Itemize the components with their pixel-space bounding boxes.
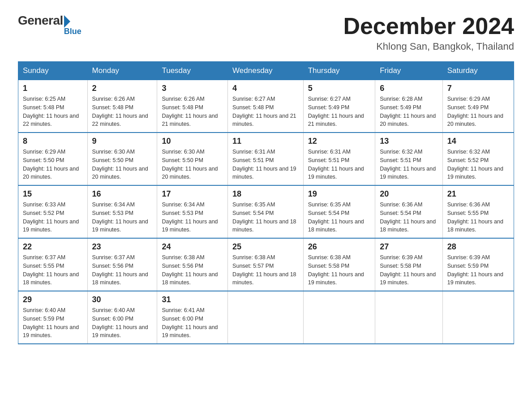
calendar-cell: 17 Sunrise: 6:34 AM Sunset: 5:53 PM Dayl… [157,185,228,238]
sunrise-label: Sunrise: 6:36 AM [447,201,490,208]
calendar-cell [375,291,443,344]
sunrise-label: Sunrise: 6:38 AM [232,254,275,261]
sunset-label: Sunset: 5:56 PM [162,263,203,269]
sunrise-label: Sunrise: 6:35 AM [232,201,275,208]
day-number: 15 [23,189,83,199]
sunset-label: Sunset: 5:56 PM [92,263,133,269]
daylight-label: Daylight: 11 hours and 18 minutes. [232,218,296,233]
calendar-cell: 8 Sunrise: 6:29 AM Sunset: 5:50 PM Dayli… [18,133,88,185]
daylight-label: Daylight: 11 hours and 20 minutes. [380,113,436,128]
calendar-cell: 5 Sunrise: 6:27 AM Sunset: 5:49 PM Dayli… [303,80,375,133]
day-number: 6 [380,84,438,93]
sunset-label: Sunset: 5:54 PM [308,210,349,216]
sunset-label: Sunset: 5:49 PM [380,104,421,111]
weekday-header-saturday: Saturday [442,62,514,80]
weekday-header-tuesday: Tuesday [157,62,228,80]
daylight-label: Daylight: 11 hours and 21 minutes. [162,113,218,128]
calendar-cell: 26 Sunrise: 6:38 AM Sunset: 5:58 PM Dayl… [303,238,375,291]
day-number: 8 [23,137,83,146]
day-info: Sunrise: 6:39 AM Sunset: 5:58 PM Dayligh… [380,253,438,287]
sunrise-label: Sunrise: 6:27 AM [232,96,275,102]
daylight-label: Daylight: 11 hours and 19 minutes. [447,271,503,286]
day-info: Sunrise: 6:37 AM Sunset: 5:56 PM Dayligh… [92,253,153,287]
sunrise-label: Sunrise: 6:37 AM [92,254,135,261]
daylight-label: Daylight: 11 hours and 18 minutes. [232,271,296,286]
sunrise-label: Sunrise: 6:39 AM [447,254,490,261]
sunset-label: Sunset: 5:58 PM [380,263,421,269]
day-number: 29 [23,295,83,304]
day-info: Sunrise: 6:39 AM Sunset: 5:59 PM Dayligh… [447,253,509,287]
day-info: Sunrise: 6:31 AM Sunset: 5:51 PM Dayligh… [232,148,299,181]
sunset-label: Sunset: 5:48 PM [232,104,274,111]
sunrise-label: Sunrise: 6:32 AM [380,149,422,155]
sunrise-label: Sunrise: 6:40 AM [23,307,65,313]
day-info: Sunrise: 6:35 AM Sunset: 5:54 PM Dayligh… [308,201,370,234]
calendar-cell: 10 Sunrise: 6:30 AM Sunset: 5:50 PM Dayl… [157,133,228,185]
sunrise-label: Sunrise: 6:37 AM [23,254,65,261]
sunset-label: Sunset: 5:57 PM [232,263,274,269]
sunrise-label: Sunrise: 6:36 AM [380,201,422,208]
daylight-label: Daylight: 11 hours and 19 minutes. [23,324,79,339]
day-number: 7 [447,84,509,93]
daylight-label: Daylight: 11 hours and 19 minutes. [380,271,436,286]
day-number: 27 [380,242,438,252]
sunset-label: Sunset: 5:54 PM [232,210,274,216]
day-number: 17 [162,189,223,199]
sunrise-label: Sunrise: 6:30 AM [162,149,204,155]
calendar-cell: 7 Sunrise: 6:29 AM Sunset: 5:49 PM Dayli… [442,80,514,133]
calendar-cell: 15 Sunrise: 6:33 AM Sunset: 5:52 PM Dayl… [18,185,88,238]
daylight-label: Daylight: 11 hours and 19 minutes. [308,271,364,286]
day-number: 24 [162,242,223,252]
sunset-label: Sunset: 5:48 PM [162,104,203,111]
calendar-week-row: 29 Sunrise: 6:40 AM Sunset: 5:59 PM Dayl… [18,291,514,344]
day-number: 21 [447,189,509,199]
daylight-label: Daylight: 11 hours and 18 minutes. [308,218,364,233]
calendar-week-row: 22 Sunrise: 6:37 AM Sunset: 5:55 PM Dayl… [18,238,514,291]
logo-blue-text: Blue [64,27,82,36]
day-number: 13 [380,137,438,146]
page-header: General General Blue December 2024 Khlon… [18,13,514,52]
sunrise-label: Sunrise: 6:27 AM [308,96,351,102]
day-number: 5 [308,84,370,93]
calendar-title: December 2024 [343,13,514,39]
sunrise-label: Sunrise: 6:33 AM [23,201,65,208]
sunset-label: Sunset: 5:51 PM [308,157,349,163]
daylight-label: Daylight: 11 hours and 19 minutes. [308,166,364,180]
sunset-label: Sunset: 5:54 PM [380,210,421,216]
calendar-cell [303,291,375,344]
calendar-cell: 13 Sunrise: 6:32 AM Sunset: 5:51 PM Dayl… [375,133,443,185]
daylight-label: Daylight: 11 hours and 18 minutes. [447,218,503,233]
sunrise-label: Sunrise: 6:34 AM [162,201,204,208]
day-number: 2 [92,84,153,93]
sunrise-label: Sunrise: 6:29 AM [23,149,65,155]
sunrise-label: Sunrise: 6:35 AM [308,201,351,208]
logo: General General Blue [18,13,82,39]
calendar-subtitle: Khlong San, Bangkok, Thailand [343,41,514,52]
sunrise-label: Sunrise: 6:26 AM [92,96,135,102]
calendar-cell: 4 Sunrise: 6:27 AM Sunset: 5:48 PM Dayli… [228,80,304,133]
calendar-cell: 25 Sunrise: 6:38 AM Sunset: 5:57 PM Dayl… [228,238,304,291]
title-section: December 2024 Khlong San, Bangkok, Thail… [343,13,514,52]
sunset-label: Sunset: 5:59 PM [23,316,64,322]
day-number: 25 [232,242,299,252]
sunset-label: Sunset: 5:49 PM [447,104,489,111]
day-info: Sunrise: 6:30 AM Sunset: 5:50 PM Dayligh… [92,148,153,181]
sunset-label: Sunset: 5:49 PM [308,104,349,111]
day-info: Sunrise: 6:36 AM Sunset: 5:54 PM Dayligh… [380,201,438,234]
sunrise-label: Sunrise: 6:26 AM [162,96,204,102]
calendar-week-row: 1 Sunrise: 6:25 AM Sunset: 5:48 PM Dayli… [18,80,514,133]
weekday-header-sunday: Sunday [18,62,88,80]
sunset-label: Sunset: 5:53 PM [162,210,203,216]
day-info: Sunrise: 6:30 AM Sunset: 5:50 PM Dayligh… [162,148,223,181]
weekday-header-monday: Monday [87,62,157,80]
sunrise-label: Sunrise: 6:31 AM [232,149,275,155]
day-info: Sunrise: 6:40 AM Sunset: 6:00 PM Dayligh… [92,306,153,340]
daylight-label: Daylight: 11 hours and 18 minutes. [380,218,436,233]
sunset-label: Sunset: 5:51 PM [380,157,421,163]
daylight-label: Daylight: 11 hours and 18 minutes. [23,271,79,286]
calendar-cell: 18 Sunrise: 6:35 AM Sunset: 5:54 PM Dayl… [228,185,304,238]
day-info: Sunrise: 6:28 AM Sunset: 5:49 PM Dayligh… [380,95,438,128]
sunrise-label: Sunrise: 6:30 AM [92,149,135,155]
sunset-label: Sunset: 5:50 PM [23,157,64,163]
daylight-label: Daylight: 11 hours and 18 minutes. [92,271,148,286]
